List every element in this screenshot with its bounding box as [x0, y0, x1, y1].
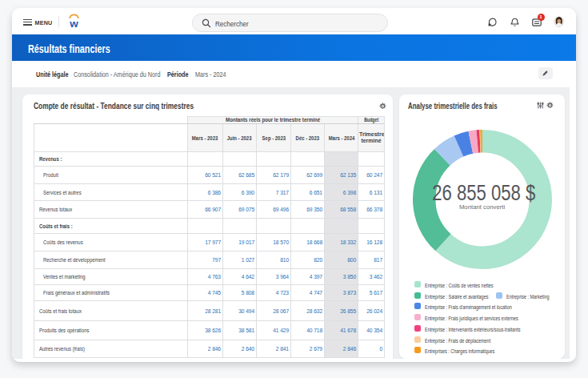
- svg-text:w: w: [69, 18, 78, 30]
